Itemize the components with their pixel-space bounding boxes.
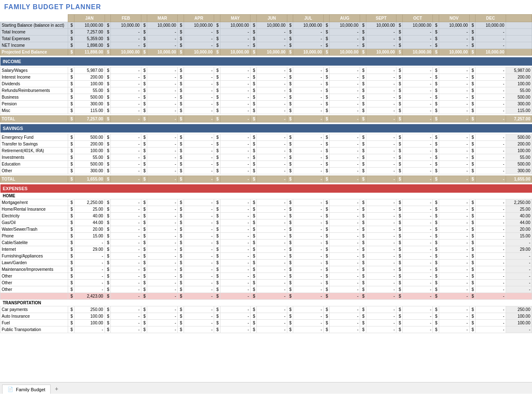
ni-oct: - [402, 42, 433, 49]
te-aug: - [330, 36, 360, 42]
app-title: FAMILY BUDGET PLANNER [4, 3, 101, 10]
pb-d6: $ [251, 49, 257, 56]
col-mar: MAR [147, 15, 178, 22]
sw-d6: $ [251, 67, 257, 74]
dollar-header-sept [360, 15, 366, 22]
dollar-header-jun [251, 15, 257, 22]
pb-d8: $ [323, 49, 330, 56]
col-sept: SEPT [366, 15, 396, 22]
sw-d4: $ [178, 67, 184, 74]
title-row: FAMILY BUDGET PLANNER [0, 0, 532, 14]
sw-d5: $ [214, 67, 220, 74]
te-d12: $ [469, 36, 476, 42]
pb-d3: $ [141, 49, 147, 56]
sw-d: $ [68, 67, 74, 74]
sw-feb: - [111, 67, 141, 74]
sw-nov: - [439, 67, 469, 74]
pb-yearly [506, 49, 532, 56]
col-jul: JUL [293, 15, 324, 22]
ti-yearly [506, 29, 532, 36]
te-dec: - [476, 36, 506, 42]
starting-yearly [506, 22, 532, 29]
column-header-row: JAN FEB MAR APR MAY JUN JUL AUG [0, 15, 532, 22]
s12: $ [469, 22, 476, 29]
family-budget-tab[interactable]: 📄 Family Budget [2, 385, 51, 394]
ni-d12: $ [469, 42, 476, 49]
app-container: FAMILY BUDGET PLANNER JAN FEB MAR APR MA… [0, 0, 532, 395]
ti-mar: - [147, 29, 178, 36]
ni-d11: $ [433, 42, 439, 49]
ni-may: - [220, 42, 251, 49]
ti-d11: $ [433, 29, 439, 36]
sw-d8: $ [323, 67, 330, 74]
mortgage-row: Mortgage/rent $2,250.00 $- $- $- $- $- $… [0, 199, 532, 206]
pb-sept: 10,000.00 [366, 49, 396, 56]
pb-may: 10,000.00 [220, 49, 251, 56]
sw-d12: $ [469, 67, 476, 74]
starting-oct: 10,000.00 [402, 22, 433, 29]
ti-d2: $ [105, 29, 111, 36]
col-jan: JAN [74, 15, 105, 22]
dollar-header-jan [68, 15, 74, 22]
starting-dollar: $ [68, 22, 74, 29]
pb-aug: 10,000.00 [330, 49, 360, 56]
gasoil-row: Gas/Oil $44.00 $- $- $- $- $- $- $- $- $… [0, 219, 532, 226]
water-row: Water/Sewer/Trash $20.00 $- $- $- $- $- … [0, 226, 532, 232]
car-payments-row: Car payments $250.00 $- $- $- $- $- $- $… [0, 306, 532, 313]
ti-d8: $ [323, 29, 330, 36]
sw-jun: - [256, 67, 287, 74]
ti-d6: $ [251, 29, 257, 36]
te-d4: $ [178, 36, 184, 42]
col-jun: JUN [256, 15, 287, 22]
ti-nov: - [439, 29, 469, 36]
income-section-label: INCOME [0, 57, 532, 66]
transfer-savings-row: Transfer to Savings $200.00 $- $- $- $- … [0, 141, 532, 148]
pb-d12: $ [469, 49, 476, 56]
pb-apr: 10,000.00 [184, 49, 214, 56]
ni-jul: - [293, 42, 324, 49]
ni-d: $ [68, 42, 74, 49]
starting-jun: 10,000.00 [256, 22, 287, 29]
sw-d7: $ [287, 67, 293, 74]
pb-d7: $ [287, 49, 293, 56]
transportation-label: TRANSPORTATION [0, 299, 532, 306]
ni-d5: $ [214, 42, 220, 49]
pb-dec: 10,000.00 [476, 49, 506, 56]
salary-label: Salary/Wages [0, 67, 68, 74]
scroll-container[interactable]: JAN FEB MAR APR MAY JUN JUL AUG [0, 14, 532, 382]
pb-d2: $ [105, 49, 111, 56]
ni-feb: - [111, 42, 141, 49]
tab-label: Family Budget [16, 387, 45, 392]
col-feb: FEB [111, 15, 141, 22]
dollar-header-mar [141, 15, 147, 22]
income-section-header: INCOME [0, 57, 532, 66]
ti-d: $ [68, 29, 74, 36]
education-row: Education $500.00 $- $- $- $- $- $- $- $… [0, 161, 532, 168]
home-other3-row: Other $- $- $- $- $- $- $- $- $- $- $- $… [0, 286, 532, 293]
savings-section-label: SAVINGS [0, 124, 532, 133]
ti-jun: - [256, 29, 287, 36]
total-expenses-summary-row: Total Expenses $ 5,359.00 $ - $ - $ - $ … [0, 36, 532, 42]
starting-may: 10,000.00 [220, 22, 251, 29]
dollar-header-may [214, 15, 220, 22]
ti-d3: $ [141, 29, 147, 36]
s8: $ [323, 22, 330, 29]
col-aug: AUG [330, 15, 360, 22]
sheet-icon: 📄 [8, 387, 13, 392]
pb-d: $ [68, 49, 74, 56]
interest-income-row: Interest Income $ 200.00 $ - $ - $ - $ -… [0, 74, 532, 81]
add-sheet-button[interactable]: + [51, 384, 61, 394]
s10: $ [396, 22, 403, 29]
te-d2: $ [105, 36, 111, 42]
it-jan: 7,257.00 [74, 116, 105, 122]
s3: $ [141, 22, 147, 29]
it-d: $ [68, 116, 74, 122]
auto-insurance-row: Auto Insurance $100.00 $- $- $- $- $- $-… [0, 313, 532, 319]
internet-row: Internet $29.00 $- $- $- $- $- $- $- $- … [0, 246, 532, 252]
ti-d12: $ [469, 29, 476, 36]
starting-balance-label: Starting Balance (balance in acct) [0, 22, 68, 29]
s6: $ [251, 22, 257, 29]
sw-mar: - [147, 67, 178, 74]
electricity-row: Electricity $40.00 $- $- $- $- $- $- $- … [0, 212, 532, 219]
ti-aug: - [330, 29, 360, 36]
